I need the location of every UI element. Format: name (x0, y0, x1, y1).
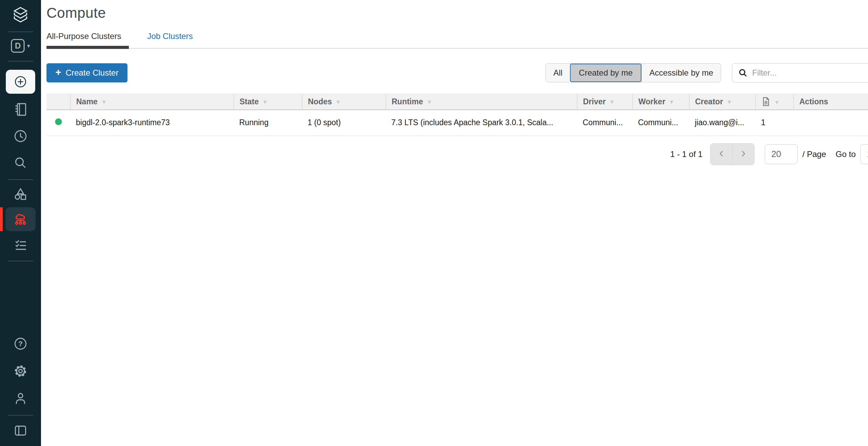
sidebar-item-account[interactable] (13, 391, 28, 406)
table-row[interactable]: bigdl-2.0-spark3-runtime73 Running 1 (0 … (46, 110, 868, 136)
plus-icon: + (55, 67, 61, 78)
col-driver[interactable]: Driver▼ (577, 94, 633, 110)
cell-creator: jiao.wang@i... (689, 110, 756, 136)
user-icon (13, 391, 28, 406)
prev-page-button[interactable]: ‹ (710, 144, 732, 165)
sidebar-item-collapse[interactable] (13, 423, 28, 438)
cell-nodes: 1 (0 spot) (302, 110, 386, 136)
cell-actions (794, 110, 868, 136)
sidebar-divider (8, 31, 33, 32)
page-size-input[interactable] (765, 144, 798, 164)
goto-label: Go to (836, 149, 856, 159)
cell-name: bigdl-2.0-spark3-runtime73 (70, 110, 234, 136)
toolbar: + Create Cluster All Created by me Acces… (46, 63, 868, 82)
panel-toggle-icon (13, 423, 28, 438)
cell-status (46, 110, 70, 136)
col-state[interactable]: State▼ (234, 94, 302, 110)
sidebar-item-help[interactable]: ? (13, 336, 28, 351)
filter-triangle-icon[interactable]: ▼ (262, 99, 268, 105)
filter-created-by-me-button[interactable]: Created by me (570, 64, 641, 82)
col-runtime[interactable]: Runtime▼ (386, 94, 577, 110)
sidebar-item-search[interactable] (13, 155, 28, 170)
sidebar-divider (8, 179, 33, 180)
sidebar-divider (8, 415, 33, 416)
search-icon (738, 68, 747, 77)
main-content: Compute All-Purpose Clusters Job Cluster… (41, 0, 868, 446)
page-title: Compute (46, 5, 868, 21)
filter-group: All Created by me Accessible by me (545, 63, 721, 82)
sidebar-item-compute[interactable] (0, 207, 41, 231)
filter-triangle-icon[interactable]: ▼ (609, 99, 615, 105)
sidebar-item-create[interactable] (6, 70, 35, 94)
table-header-row: Name▼ State▼ Nodes▼ Runtime▼ Driver▼ Wor… (46, 94, 868, 110)
pagination: 1 - 1 of 1 ‹ › / Page Go to (46, 143, 868, 166)
cell-runtime: 7.3 LTS (includes Apache Spark 3.0.1, Sc… (386, 110, 577, 136)
chevron-down-icon: ▾ (27, 42, 30, 50)
cluster-icon (13, 212, 28, 227)
filter-triangle-icon[interactable]: ▼ (774, 99, 780, 106)
goto-page-input[interactable] (860, 144, 868, 164)
filter-triangle-icon[interactable]: ▼ (669, 99, 675, 105)
clusters-table: Name▼ State▼ Nodes▼ Runtime▼ Driver▼ Wor… (46, 94, 868, 136)
col-actions: Actions (794, 94, 868, 110)
tab-all-purpose-clusters[interactable]: All-Purpose Clusters (46, 31, 129, 48)
tab-job-clusters[interactable]: Job Clusters (140, 31, 200, 48)
clock-icon (13, 129, 28, 144)
search-icon (13, 155, 28, 170)
pager-buttons: ‹ › (710, 143, 755, 165)
cluster-filter-box (732, 63, 868, 82)
filter-triangle-icon[interactable]: ▼ (727, 99, 732, 105)
sidebar-item-workspace[interactable] (13, 102, 28, 117)
create-cluster-button[interactable]: + Create Cluster (46, 63, 127, 82)
sidebar: D ▾ (0, 0, 41, 446)
pagination-range-label: 1 - 1 of 1 (670, 149, 703, 159)
shapes-icon (13, 187, 28, 202)
tab-bar: All-Purpose Clusters Job Clusters (46, 31, 868, 49)
gear-icon (13, 364, 28, 379)
col-worker[interactable]: Worker▼ (633, 94, 689, 110)
next-page-button[interactable]: › (732, 144, 754, 165)
cell-state: Running (234, 110, 302, 136)
col-nodes[interactable]: Nodes▼ (302, 94, 386, 110)
workspace-switcher[interactable]: D ▾ (11, 38, 30, 53)
sidebar-item-jobs[interactable] (13, 238, 28, 253)
cell-notebooks: 1 (756, 110, 794, 136)
plus-circle-icon (13, 74, 28, 89)
col-creator[interactable]: Creator▼ (689, 94, 756, 110)
filter-triangle-icon[interactable]: ▼ (101, 99, 107, 105)
filter-all-button[interactable]: All (546, 64, 570, 82)
chevron-right-icon: › (741, 146, 746, 160)
document-icon (761, 96, 771, 107)
filter-triangle-icon[interactable]: ▼ (426, 99, 432, 105)
sidebar-item-recents[interactable] (13, 129, 28, 144)
notebook-icon (13, 102, 28, 117)
databricks-logo-icon[interactable] (11, 5, 30, 25)
sidebar-divider (8, 61, 33, 62)
sidebar-item-data[interactable] (13, 187, 28, 202)
workspace-letter: D (11, 39, 25, 53)
cell-driver: Communi... (577, 110, 633, 136)
cell-worker: Communi... (633, 110, 689, 136)
col-notebooks[interactable]: ▼ (756, 94, 794, 110)
chevron-left-icon: ‹ (719, 146, 724, 160)
create-cluster-label: Create Cluster (66, 68, 119, 78)
col-status (46, 94, 70, 110)
active-indicator (0, 207, 3, 231)
per-page-label: / Page (802, 149, 826, 159)
filter-triangle-icon[interactable]: ▼ (335, 99, 341, 105)
cluster-filter-input[interactable] (752, 68, 868, 78)
sidebar-item-settings[interactable] (13, 364, 28, 379)
checklist-icon (13, 238, 28, 253)
status-dot-running (55, 118, 62, 125)
filter-accessible-by-me-button[interactable]: Accessible by me (641, 64, 721, 82)
col-name[interactable]: Name▼ (70, 94, 234, 110)
sidebar-divider (8, 261, 33, 261)
